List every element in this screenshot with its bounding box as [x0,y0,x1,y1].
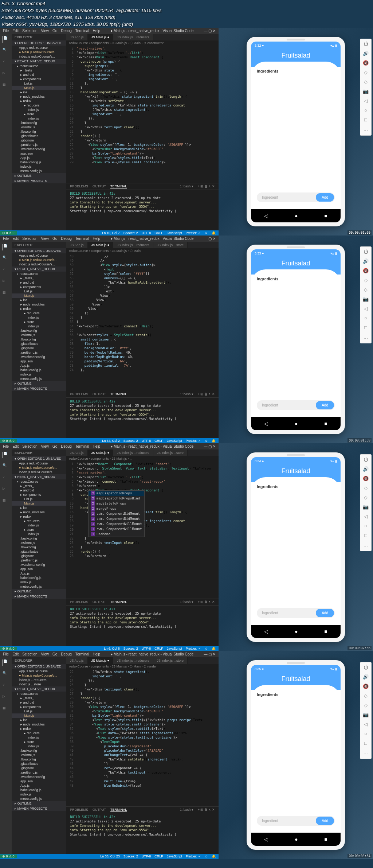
maven-header[interactable]: ▸ MAVEN PROJECTS [12,178,66,183]
terminal-tab[interactable]: TERMINAL [110,184,127,188]
tree-item[interactable]: List.js [12,81,66,86]
status-item[interactable]: UTF-8 [142,439,151,443]
autocomplete-item[interactable]: □useMemo [89,532,144,537]
code-line[interactable]: 45 "kw">this.textInput = component; [67,770,218,775]
autocomplete-item[interactable]: □mapDispatchToProps [89,491,144,496]
code-line[interactable]: 40 placeholderTextColor="#A8A9AD" [67,748,218,753]
code-line[interactable]: 74 }, [67,368,218,372]
code-line[interactable]: 25 } [67,683,218,687]
autocomplete-item[interactable]: □cdm, ComponentDidMount [89,516,144,521]
tree-item[interactable]: .watchmanconfig [12,355,66,359]
tree-item[interactable]: .buckconfig [12,748,66,753]
status-item[interactable]: 🔔 [212,231,216,235]
tree-item[interactable]: App.js [12,156,66,160]
emulator-button[interactable]: 📷 [362,504,369,511]
status-item[interactable]: Prettier: ✓ [186,647,201,650]
code-line[interactable]: 53 onPress={() => { [67,276,218,280]
emulator-button[interactable]: 📷 [362,89,369,95]
maven-header[interactable]: ▸ MAVEN PROJECTS [12,806,66,811]
git-icon[interactable]: ⑂ [3,683,9,689]
search-icon[interactable]: 🔍 [3,463,9,470]
code-line[interactable]: 51 <Text [67,267,218,272]
code-line[interactable]: 63} [67,320,218,324]
menu-item[interactable]: Edit [12,29,19,33]
explorer-icon[interactable]: 📄 [3,452,9,458]
code-line[interactable]: 66"kw">const styles = StyleSheet.create(… [67,333,218,337]
menu-item[interactable]: Go [52,29,57,33]
tree-item[interactable]: ▸ reduxCourse [12,64,66,68]
status-item[interactable]: Spaces: 2 [123,439,138,443]
tree-item[interactable]: List.js [12,497,66,501]
tree-item[interactable]: .gitattributes [12,549,66,554]
menu-item[interactable]: File [3,237,9,241]
tree-item[interactable]: index.js [12,315,66,320]
terminal-tab[interactable]: OUTPUT [93,600,106,604]
tree-item[interactable]: ▸ ios [12,718,66,722]
tree-item[interactable]: ▸ reducers [12,731,66,735]
tree-item[interactable]: ▸ redux [12,727,66,731]
status-position[interactable]: Ln 64, Col 2 [102,439,120,443]
status-item[interactable]: Prettier: ✓ [186,439,201,443]
tree-item[interactable]: index.js [12,580,66,584]
terminal-actions[interactable]: + ⊞ 🗑 ∧ ✕ [198,808,215,812]
tree-item[interactable]: index.js [12,792,66,797]
code-line[interactable]: 36 <List data={"kw">this.state.ingredien… [67,731,218,735]
status-item[interactable]: 🔔 [212,647,216,650]
status-errors[interactable]: ⊘ 0 ⚠ 0 [0,231,17,235]
tree-item[interactable]: .eslintrc.js [12,541,66,545]
code-line[interactable]: 25 render() { [67,549,218,554]
tree-item[interactable]: .gitattributes [12,134,66,138]
terminal-tab[interactable]: OUTPUT [93,184,106,188]
emulator-button[interactable]: □ [362,533,369,539]
emulator-button[interactable]: ◇ [362,277,369,284]
debug-icon[interactable]: ▷ [3,279,9,285]
code-line[interactable]: 70 borderTopLeftRadius: 40, [67,350,218,355]
status-item[interactable]: Spaces: 2 [123,647,138,650]
code-line[interactable]: 42 "kw">this.setState({ingredient: val})… [67,757,218,762]
code-line[interactable]: 5"kw">class Main "kw">extends React.Comp… [67,55,218,59]
tree-item[interactable]: babel.config.js [12,368,66,372]
open-editor-item[interactable]: App.js reduxCourse [12,461,66,466]
maven-header[interactable]: ▸ MAVEN PROJECTS [12,594,66,599]
open-editors-header[interactable]: ▾ OPEN EDITORS 1 UNSAVED [12,248,66,253]
editor-tab[interactable]: JS Main.js ● [88,242,113,248]
tree-item[interactable]: .flowconfig [12,337,66,342]
open-editor-item[interactable]: ● Main.js reduxCourse/c... [12,466,66,470]
tree-item[interactable]: ▸ node_modules [12,302,66,307]
tree-item[interactable]: ▸ store [12,320,66,324]
editor-tab[interactable]: JS index.js ...reducers [113,242,153,248]
nav-recent-icon[interactable]: ■ [324,213,327,219]
tree-item[interactable]: ▸ reducers [12,519,66,523]
emulator-button[interactable]: 📷 [362,296,369,303]
tree-item[interactable]: .gitattributes [12,762,66,766]
autocomplete-item[interactable]: □mapDispatchToPropsBind [89,496,144,501]
code-line[interactable]: 24 }); [67,678,218,683]
code-line[interactable]: 4"kw">import List "kw">from './List'; [67,475,218,479]
menu-item[interactable]: Terminal [75,652,89,656]
status-item[interactable]: JavaScript [167,231,182,235]
code-line[interactable]: 69 backgroundColor: '#fff', [67,346,218,350]
emulator-button[interactable]: ⏻ [362,457,369,463]
code-line[interactable]: 6"kw">const m [67,484,218,488]
emulator-button[interactable]: ○ [362,731,369,737]
tree-item[interactable]: .gitignore [12,554,66,558]
code-line[interactable]: 29 "kw">return ( [67,700,218,705]
code-line[interactable]: 26 "kw">this.textInput.clear(); [67,687,218,692]
menu-item[interactable]: Debug [61,29,71,33]
code-line[interactable]: 71 borderTopRightRadius: 40, [67,355,218,359]
code-line[interactable]: 14 "kw">if ("kw">this.state.ingredient.t… [67,94,218,99]
tree-item[interactable]: ▸ reducers [12,103,66,108]
emulator-button[interactable]: ⏻ [362,41,369,48]
status-errors[interactable]: ⊘ 0 ⚠ 0 [0,439,17,443]
code-line[interactable]: 55 }}> [67,285,218,289]
open-editor-item[interactable]: ● Main.js reduxCourse/c... [12,258,66,262]
code-line[interactable]: 12 } [67,86,218,90]
tree-item[interactable]: ▸ ios [12,90,66,94]
menu-item[interactable]: Go [52,652,57,656]
tree-item[interactable]: ▸ node_modules [12,722,66,727]
nav-home-icon[interactable]: ● [295,628,298,634]
open-editor-item[interactable]: index.js reduxCourse/s... [12,470,66,474]
code-editor[interactable]: 3'react-native';4"kw">import List "kw">f… [66,46,219,183]
nav-back-icon[interactable]: ◁ [264,836,268,842]
emulator-button[interactable]: 🔊 [362,258,369,265]
